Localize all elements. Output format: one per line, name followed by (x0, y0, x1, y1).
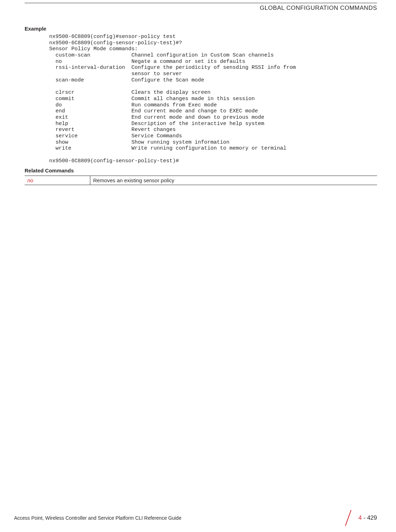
page-footer: Access Point, Wireless Controller and Se… (0, 511, 396, 525)
table-row: no Removes an existing sensor policy (25, 176, 377, 185)
page-header: GLOBAL CONFIGURATION COMMANDS (25, 3, 377, 12)
related-commands-heading: Related Commands (25, 168, 377, 173)
footer-page-number: 4 - 429 (341, 511, 377, 525)
related-cmd-desc: Removes an existing sensor policy (90, 176, 377, 185)
page-sep: - (362, 514, 367, 521)
page-section: 4 (358, 514, 362, 521)
slash-icon (341, 511, 355, 525)
related-commands-table: no Removes an existing sensor policy (25, 176, 377, 185)
page-content: Example nx9500-6C8809(config)#sensor-pol… (25, 26, 377, 185)
page-num: 429 (367, 514, 377, 521)
related-cmd-name: no (25, 176, 90, 185)
cli-output: nx9500-6C8809(config)#sensor-policy test… (49, 34, 377, 164)
example-heading: Example (25, 26, 377, 32)
footer-guide-title: Access Point, Wireless Controller and Se… (14, 515, 181, 521)
